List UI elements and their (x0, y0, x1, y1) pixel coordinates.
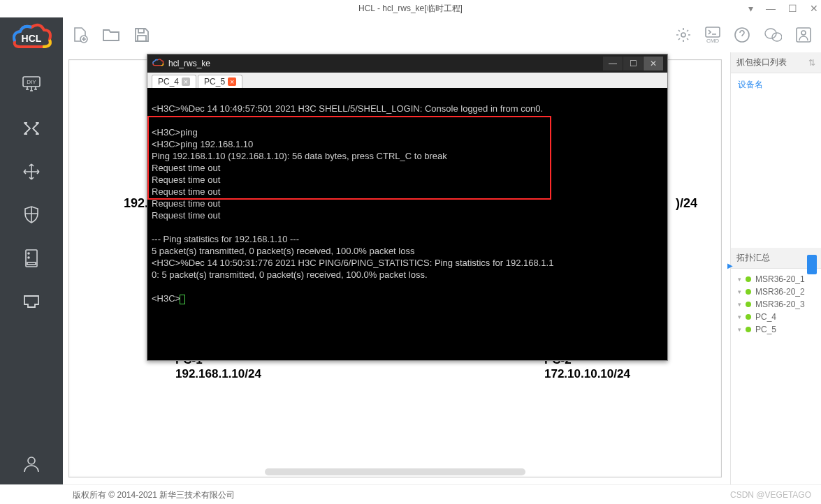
pc2-ip: 172.10.10.10/24 (544, 367, 630, 381)
terminal-cursor (180, 295, 185, 304)
status-dot-icon (746, 327, 751, 332)
shield-icon[interactable] (21, 205, 42, 225)
status-dot-icon (746, 289, 751, 295)
window-titlebar: HCL - hcl_rws_ke[临时工程] ▾ — ☐ ✕ (0, 0, 821, 17)
minimize-icon[interactable]: — (766, 0, 776, 17)
settings-gear-icon[interactable] (674, 26, 692, 44)
svg-point-5 (28, 257, 29, 258)
window-title: HCL - hcl_rws_ke[临时工程] (358, 3, 463, 13)
top-toolbar: CMD (63, 17, 821, 52)
account-icon[interactable] (794, 26, 813, 44)
tab-close-icon[interactable]: × (182, 77, 190, 86)
device-item[interactable]: MSR36-20_3 (731, 298, 821, 311)
left-sidebar: HCL DIY (0, 17, 63, 484)
device-item[interactable]: PC_5 (731, 323, 821, 336)
svg-point-4 (28, 253, 29, 254)
hcl-logo: HCL (9, 23, 54, 52)
terminal-tab-pc5[interactable]: PC_5 × (198, 75, 242, 88)
diy-icon[interactable]: DIY (21, 75, 42, 96)
wechat-icon[interactable] (764, 26, 782, 44)
svg-point-15 (772, 33, 782, 41)
svg-rect-6 (27, 262, 36, 265)
canvas-h-scrollbar[interactable] (265, 468, 525, 475)
panel-resize-handle[interactable] (807, 255, 817, 274)
move-icon[interactable] (21, 161, 42, 182)
svg-point-7 (28, 457, 35, 464)
terminal-window[interactable]: hcl_rws_ke — ☐ ✕ PC_4 × PC_5 × <H3C>%Dec… (147, 54, 668, 361)
svg-point-11 (681, 33, 685, 37)
help-icon[interactable] (733, 26, 751, 44)
svg-point-17 (801, 31, 806, 35)
shuffle-icon[interactable] (21, 118, 42, 139)
save-icon[interactable] (133, 26, 151, 44)
svg-rect-10 (138, 36, 146, 41)
svg-rect-9 (138, 29, 144, 33)
close-icon[interactable]: ✕ (810, 0, 818, 17)
device-name-link[interactable]: 设备名 (731, 77, 821, 92)
topology-pane-body: MSR36-20_1 MSR36-20_2 MSR36-20_3 PC_4 PC… (731, 269, 821, 484)
server-icon[interactable] (21, 248, 42, 269)
terminal-maximize-icon[interactable]: ☐ (623, 57, 643, 71)
pc1-ip: 192.168.1.10/24 (175, 367, 261, 381)
terminal-minimize-icon[interactable]: — (603, 57, 623, 71)
watermark-text: CSDN @VEGETAGO (730, 485, 811, 504)
device-item[interactable]: PC_4 (731, 311, 821, 323)
capture-pane-body: 设备名 (731, 73, 821, 248)
svg-text:HCL: HCL (22, 33, 42, 44)
status-dot-icon (746, 302, 751, 307)
terminal-tabstrip: PC_4 × PC_5 × (147, 73, 667, 88)
terminal-title: hcl_rws_ke (168, 59, 210, 68)
status-bar: 版权所有 © 2014-2021 新华三技术有限公司 CSDN @VEGETAG… (63, 484, 821, 504)
canvas-ip-fragment-right: )/24 (676, 196, 697, 211)
port-icon[interactable] (21, 291, 42, 312)
copyright-text: 版权所有 © 2014-2021 新华三技术有限公司 (73, 485, 235, 504)
panel-collapse-icon[interactable]: ▶ (727, 262, 733, 269)
maximize-icon[interactable]: ☐ (788, 0, 797, 17)
status-dot-icon (746, 276, 751, 282)
device-item[interactable]: MSR36-20_2 (731, 286, 821, 298)
user-icon[interactable] (21, 454, 42, 475)
svg-rect-12 (706, 27, 720, 37)
terminal-output[interactable]: <H3C>%Dec 14 10:49:57:501 2021 H3C SHELL… (147, 88, 667, 360)
open-folder-icon[interactable] (102, 26, 120, 44)
terminal-logo-icon (152, 58, 164, 70)
device-item[interactable]: MSR36-20_1 (731, 273, 821, 286)
terminal-titlebar[interactable]: hcl_rws_ke — ☐ ✕ (147, 54, 667, 73)
sort-icon[interactable]: ⇅ (808, 58, 815, 68)
cmd-button[interactable]: CMD (705, 26, 720, 44)
terminal-tab-pc4[interactable]: PC_4 × (152, 75, 196, 88)
dropdown-icon[interactable]: ▾ (748, 0, 753, 17)
tab-close-icon[interactable]: × (228, 77, 236, 86)
work-area: 192.1 )/24 PC-1 192.168.1.10/24 PC-2 172… (63, 52, 821, 484)
capture-pane-title: 抓包接口列表⇅ (731, 52, 821, 73)
right-panel: ▶ 抓包接口列表⇅ 设备名 拓扑汇总⇅ MSR36-20_1 MSR36-20_… (730, 52, 821, 484)
status-dot-icon (746, 314, 751, 320)
terminal-close-icon[interactable]: ✕ (644, 57, 663, 71)
new-file-icon[interactable] (71, 26, 89, 44)
svg-text:DIY: DIY (27, 79, 36, 85)
